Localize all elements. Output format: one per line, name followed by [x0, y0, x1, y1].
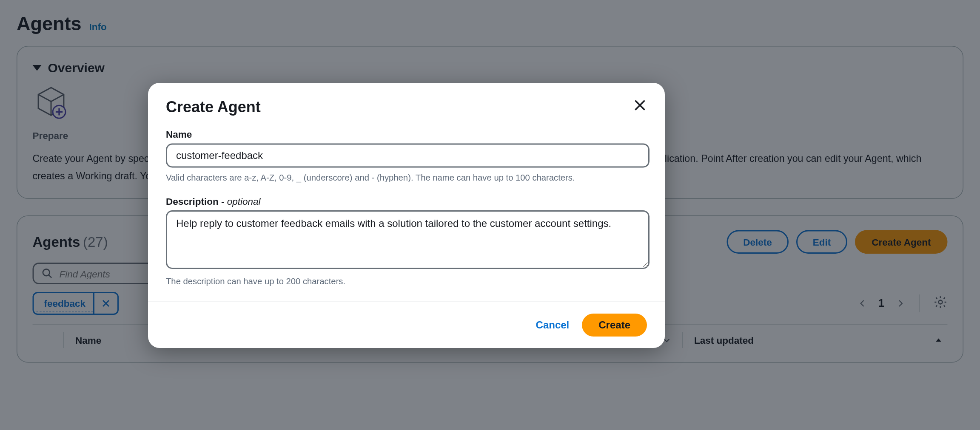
agent-description-input[interactable] — [166, 210, 650, 269]
create-button[interactable]: Create — [582, 313, 647, 336]
close-icon[interactable] — [633, 98, 647, 115]
create-agent-modal: Create Agent Name Valid characters are a… — [148, 83, 665, 348]
agent-name-input[interactable] — [166, 144, 650, 168]
description-helper: The description can have up to 200 chara… — [166, 275, 647, 288]
description-label-text: Description - — [166, 196, 227, 207]
optional-tag: optional — [227, 196, 261, 207]
description-label: Description - optional — [166, 196, 647, 207]
modal-title: Create Agent — [166, 98, 261, 116]
cancel-button[interactable]: Cancel — [536, 313, 570, 336]
name-helper: Valid characters are a-z, A-Z, 0-9, _ (u… — [166, 172, 647, 184]
name-label: Name — [166, 129, 647, 140]
